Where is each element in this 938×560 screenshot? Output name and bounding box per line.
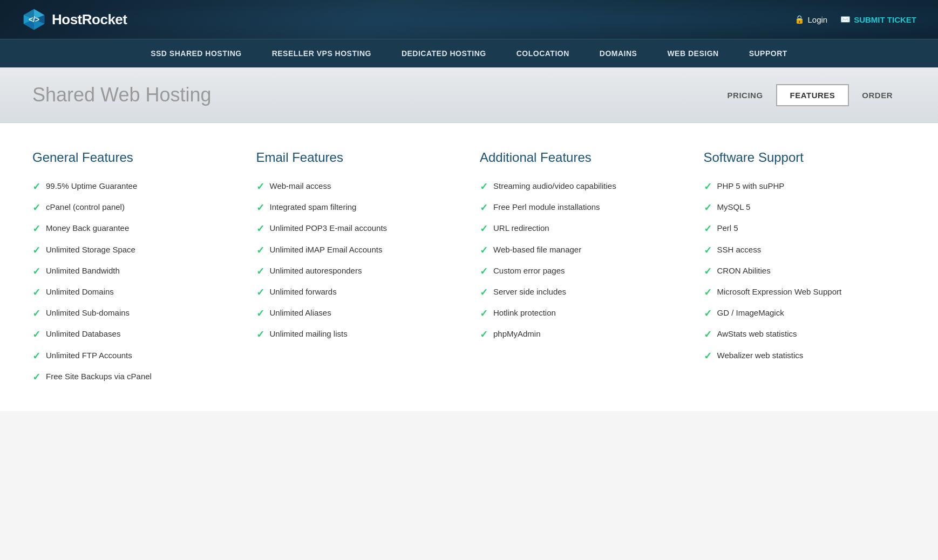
checkmark-icon: ✓ <box>704 307 712 320</box>
nav-dedicated[interactable]: DEDICATED HOSTING <box>386 39 501 67</box>
nav-domains[interactable]: DOMAINS <box>584 39 652 67</box>
software-support-heading: Software Support <box>704 150 906 165</box>
list-item: ✓ phpMyAdmin <box>480 328 682 342</box>
list-item: ✓ Unlimited mailing lists <box>256 328 459 342</box>
list-item: ✓ CRON Abilities <box>704 265 906 278</box>
checkmark-icon: ✓ <box>256 244 264 257</box>
list-item: ✓ GD / ImageMagick <box>704 307 906 320</box>
list-item: ✓ cPanel (control panel) <box>32 201 235 215</box>
list-item: ✓ Unlimited Bandwidth <box>32 265 235 278</box>
checkmark-icon: ✓ <box>32 307 40 320</box>
checkmark-icon: ✓ <box>256 201 264 215</box>
checkmark-icon: ✓ <box>704 286 712 299</box>
checkmark-icon: ✓ <box>32 371 40 384</box>
email-icon: ✉️ <box>840 15 851 24</box>
main-nav: SSD SHARED HOSTING RESELLER VPS HOSTING … <box>0 39 938 67</box>
checkmark-icon: ✓ <box>32 244 40 257</box>
list-item: ✓ Unlimited forwards <box>256 286 459 299</box>
checkmark-icon: ✓ <box>32 265 40 278</box>
checkmark-icon: ✓ <box>480 180 488 194</box>
checkmark-icon: ✓ <box>32 328 40 342</box>
list-item: ✓ Unlimited Sub-domains <box>32 307 235 320</box>
site-header: </> HostRocket 🔒 Login ✉️ SUBMIT TICKET <box>0 0 938 39</box>
checkmark-icon: ✓ <box>256 307 264 320</box>
email-features-list: ✓ Web-mail access ✓ Integrated spam filt… <box>256 180 459 342</box>
checkmark-icon: ✓ <box>256 180 264 194</box>
checkmark-icon: ✓ <box>32 286 40 299</box>
nav-web-design[interactable]: WEB DESIGN <box>652 39 733 67</box>
list-item: ✓ PHP 5 with suPHP <box>704 180 906 194</box>
checkmark-icon: ✓ <box>704 265 712 278</box>
checkmark-icon: ✓ <box>704 222 712 236</box>
additional-features-heading: Additional Features <box>480 150 682 165</box>
logo-text: HostRocket <box>52 11 127 28</box>
list-item: ✓ Unlimited autoresponders <box>256 265 459 278</box>
checkmark-icon: ✓ <box>480 307 488 320</box>
checkmark-icon: ✓ <box>32 350 40 363</box>
checkmark-icon: ✓ <box>32 180 40 194</box>
checkmark-icon: ✓ <box>704 180 712 194</box>
list-item: ✓ Microsoft Expression Web Support <box>704 286 906 299</box>
list-item: ✓ SSH access <box>704 244 906 257</box>
checkmark-icon: ✓ <box>32 201 40 215</box>
tab-pricing[interactable]: PRICING <box>715 85 776 105</box>
login-link[interactable]: 🔒 Login <box>794 15 827 24</box>
nav-ssd-shared[interactable]: SSD SHARED HOSTING <box>135 39 256 67</box>
checkmark-icon: ✓ <box>704 201 712 215</box>
checkmark-icon: ✓ <box>256 265 264 278</box>
list-item: ✓ Hotlink protection <box>480 307 682 320</box>
list-item: ✓ Server side includes <box>480 286 682 299</box>
checkmark-icon: ✓ <box>480 244 488 257</box>
checkmark-icon: ✓ <box>704 350 712 363</box>
list-item: ✓ Unlimited FTP Accounts <box>32 350 235 363</box>
list-item: ✓ Custom error pages <box>480 265 682 278</box>
additional-features-list: ✓ Streaming audio/video capabilities ✓ F… <box>480 180 682 342</box>
checkmark-icon: ✓ <box>480 328 488 342</box>
list-item: ✓ MySQL 5 <box>704 201 906 215</box>
nav-reseller-vps[interactable]: RESELLER VPS HOSTING <box>257 39 386 67</box>
checkmark-icon: ✓ <box>256 286 264 299</box>
list-item: ✓ Free Perl module installations <box>480 201 682 215</box>
list-item: ✓ Integrated spam filtering <box>256 201 459 215</box>
list-item: ✓ Unlimited Storage Space <box>32 244 235 257</box>
list-item: ✓ Unlimited Aliases <box>256 307 459 320</box>
list-item: ✓ Unlimited Databases <box>32 328 235 342</box>
page-tabs: PRICING FEATURES ORDER <box>715 84 906 106</box>
list-item: ✓ Unlimited POP3 E-mail accounts <box>256 222 459 236</box>
checkmark-icon: ✓ <box>480 286 488 299</box>
lock-icon: 🔒 <box>794 15 805 24</box>
general-features-column: General Features ✓ 99.5% Uptime Guarante… <box>32 150 235 384</box>
nav-support[interactable]: SUPPORT <box>734 39 803 67</box>
list-item: ✓ 99.5% Uptime Guarantee <box>32 180 235 194</box>
checkmark-icon: ✓ <box>480 222 488 236</box>
tab-features[interactable]: FEATURES <box>776 84 849 106</box>
svg-text:</>: </> <box>29 15 39 24</box>
logo-icon: </> <box>22 7 46 32</box>
checkmark-icon: ✓ <box>704 328 712 342</box>
page-title: Shared Web Hosting <box>32 84 212 106</box>
email-features-column: Email Features ✓ Web-mail access ✓ Integ… <box>256 150 459 384</box>
tab-order[interactable]: ORDER <box>849 85 906 105</box>
checkmark-icon: ✓ <box>32 222 40 236</box>
submit-ticket-link[interactable]: ✉️ SUBMIT TICKET <box>840 15 916 24</box>
checkmark-icon: ✓ <box>256 328 264 342</box>
page-header: Shared Web Hosting PRICING FEATURES ORDE… <box>0 67 938 123</box>
general-features-list: ✓ 99.5% Uptime Guarantee ✓ cPanel (contr… <box>32 180 235 384</box>
checkmark-icon: ✓ <box>480 201 488 215</box>
list-item: ✓ Webalizer web statistics <box>704 350 906 363</box>
additional-features-column: Additional Features ✓ Streaming audio/vi… <box>480 150 682 384</box>
list-item: ✓ Web-mail access <box>256 180 459 194</box>
header-actions: 🔒 Login ✉️ SUBMIT TICKET <box>794 15 916 24</box>
software-support-list: ✓ PHP 5 with suPHP ✓ MySQL 5 ✓ Perl 5 ✓ … <box>704 180 906 363</box>
checkmark-icon: ✓ <box>704 244 712 257</box>
list-item: ✓ URL redirection <box>480 222 682 236</box>
logo-area[interactable]: </> HostRocket <box>22 7 127 32</box>
list-item: ✓ AwStats web statistics <box>704 328 906 342</box>
nav-colocation[interactable]: COLOCATION <box>501 39 584 67</box>
general-features-heading: General Features <box>32 150 235 165</box>
checkmark-icon: ✓ <box>480 265 488 278</box>
software-support-column: Software Support ✓ PHP 5 with suPHP ✓ My… <box>704 150 906 384</box>
list-item: ✓ Web-based file manager <box>480 244 682 257</box>
main-content: General Features ✓ 99.5% Uptime Guarante… <box>0 123 938 411</box>
list-item: ✓ Unlimited iMAP Email Accounts <box>256 244 459 257</box>
